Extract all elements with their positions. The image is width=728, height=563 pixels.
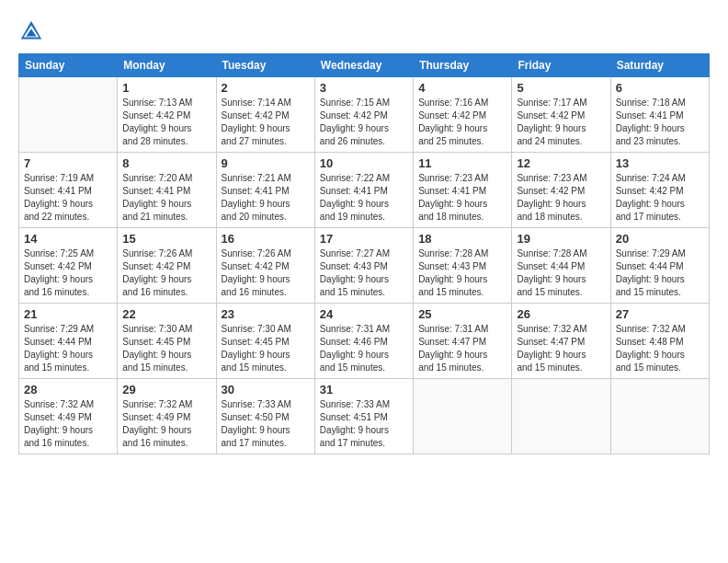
- day-info: Sunrise: 7:27 AMSunset: 4:43 PMDaylight:…: [320, 247, 408, 299]
- day-number: 17: [320, 232, 408, 246]
- day-info: Sunrise: 7:17 AMSunset: 4:42 PMDaylight:…: [517, 97, 605, 148]
- calendar-cell: 16Sunrise: 7:26 AMSunset: 4:42 PMDayligh…: [216, 228, 314, 304]
- day-number: 10: [320, 156, 408, 170]
- day-number: 14: [24, 232, 112, 246]
- day-number: 8: [122, 156, 210, 170]
- day-info: Sunrise: 7:33 AMSunset: 4:50 PMDaylight:…: [222, 398, 310, 450]
- day-info: Sunrise: 7:16 AMSunset: 4:42 PMDaylight:…: [418, 97, 506, 148]
- day-info: Sunrise: 7:20 AMSunset: 4:41 PMDaylight:…: [122, 172, 210, 224]
- calendar-cell: 26Sunrise: 7:32 AMSunset: 4:47 PMDayligh…: [512, 304, 610, 379]
- weekday-header-saturday: Saturday: [610, 54, 709, 77]
- day-info: Sunrise: 7:30 AMSunset: 4:45 PMDaylight:…: [122, 323, 210, 374]
- logo: [18, 18, 48, 44]
- weekday-header-thursday: Thursday: [414, 54, 512, 77]
- day-info: Sunrise: 7:21 AMSunset: 4:41 PMDaylight:…: [222, 172, 310, 224]
- page: SundayMondayTuesdayWednesdayThursdayFrid…: [0, 0, 728, 563]
- day-number: 28: [24, 383, 112, 396]
- day-info: Sunrise: 7:32 AMSunset: 4:47 PMDaylight:…: [517, 323, 605, 374]
- day-number: 4: [418, 81, 506, 95]
- day-number: 3: [320, 81, 408, 95]
- day-info: Sunrise: 7:22 AMSunset: 4:41 PMDaylight:…: [320, 172, 408, 224]
- weekday-header-sunday: Sunday: [19, 54, 118, 77]
- calendar-cell: 13Sunrise: 7:24 AMSunset: 4:42 PMDayligh…: [610, 153, 709, 228]
- day-number: 18: [418, 232, 506, 246]
- calendar-cell: 5Sunrise: 7:17 AMSunset: 4:42 PMDaylight…: [512, 77, 610, 153]
- day-info: Sunrise: 7:28 AMSunset: 4:43 PMDaylight:…: [418, 247, 506, 299]
- weekday-header-monday: Monday: [118, 54, 216, 77]
- day-info: Sunrise: 7:19 AMSunset: 4:41 PMDaylight:…: [24, 172, 112, 224]
- day-info: Sunrise: 7:24 AMSunset: 4:42 PMDaylight:…: [616, 172, 704, 224]
- calendar-cell: 15Sunrise: 7:26 AMSunset: 4:42 PMDayligh…: [118, 228, 216, 304]
- calendar-cell: 22Sunrise: 7:30 AMSunset: 4:45 PMDayligh…: [118, 304, 216, 379]
- calendar-cell: 28Sunrise: 7:32 AMSunset: 4:49 PMDayligh…: [19, 379, 118, 454]
- day-number: 13: [616, 156, 704, 170]
- day-number: 27: [616, 307, 704, 321]
- calendar-cell: 17Sunrise: 7:27 AMSunset: 4:43 PMDayligh…: [314, 228, 413, 304]
- day-number: 21: [24, 307, 112, 321]
- day-info: Sunrise: 7:31 AMSunset: 4:46 PMDaylight:…: [320, 323, 408, 374]
- calendar-cell: 18Sunrise: 7:28 AMSunset: 4:43 PMDayligh…: [414, 228, 512, 304]
- day-number: 23: [222, 307, 310, 321]
- day-number: 16: [222, 232, 310, 246]
- calendar-cell: 27Sunrise: 7:32 AMSunset: 4:48 PMDayligh…: [610, 304, 709, 379]
- calendar-cell: 9Sunrise: 7:21 AMSunset: 4:41 PMDaylight…: [216, 153, 314, 228]
- calendar-cell: [19, 77, 118, 153]
- calendar-cell: 3Sunrise: 7:15 AMSunset: 4:42 PMDaylight…: [314, 77, 413, 153]
- day-number: 5: [517, 81, 605, 95]
- calendar-cell: 11Sunrise: 7:23 AMSunset: 4:41 PMDayligh…: [414, 153, 512, 228]
- day-number: 20: [616, 232, 704, 246]
- day-info: Sunrise: 7:15 AMSunset: 4:42 PMDaylight:…: [320, 97, 408, 148]
- day-number: 31: [320, 383, 408, 396]
- day-number: 29: [122, 383, 210, 396]
- calendar-cell: 19Sunrise: 7:28 AMSunset: 4:44 PMDayligh…: [512, 228, 610, 304]
- calendar-cell: 20Sunrise: 7:29 AMSunset: 4:44 PMDayligh…: [610, 228, 709, 304]
- day-info: Sunrise: 7:26 AMSunset: 4:42 PMDaylight:…: [222, 247, 310, 299]
- day-info: Sunrise: 7:23 AMSunset: 4:41 PMDaylight:…: [418, 172, 506, 224]
- calendar-cell: 7Sunrise: 7:19 AMSunset: 4:41 PMDaylight…: [19, 153, 118, 228]
- week-row-4: 21Sunrise: 7:29 AMSunset: 4:44 PMDayligh…: [19, 304, 710, 379]
- weekday-header-row: SundayMondayTuesdayWednesdayThursdayFrid…: [19, 54, 710, 77]
- calendar-cell: 2Sunrise: 7:14 AMSunset: 4:42 PMDaylight…: [216, 77, 314, 153]
- day-info: Sunrise: 7:26 AMSunset: 4:42 PMDaylight:…: [122, 247, 210, 299]
- day-info: Sunrise: 7:32 AMSunset: 4:48 PMDaylight:…: [616, 323, 704, 374]
- day-number: 11: [418, 156, 506, 170]
- day-number: 15: [122, 232, 210, 246]
- calendar-cell: 6Sunrise: 7:18 AMSunset: 4:41 PMDaylight…: [610, 77, 709, 153]
- day-number: 9: [222, 156, 310, 170]
- day-info: Sunrise: 7:28 AMSunset: 4:44 PMDaylight:…: [517, 247, 605, 299]
- calendar-cell: 10Sunrise: 7:22 AMSunset: 4:41 PMDayligh…: [314, 153, 413, 228]
- day-number: 2: [222, 81, 310, 95]
- day-number: 25: [418, 307, 506, 321]
- day-info: Sunrise: 7:32 AMSunset: 4:49 PMDaylight:…: [24, 398, 112, 450]
- day-number: 19: [517, 232, 605, 246]
- calendar-cell: [512, 379, 610, 454]
- day-number: 30: [222, 383, 310, 396]
- calendar-cell: 1Sunrise: 7:13 AMSunset: 4:42 PMDaylight…: [118, 77, 216, 153]
- week-row-1: 1Sunrise: 7:13 AMSunset: 4:42 PMDaylight…: [19, 77, 710, 153]
- weekday-header-tuesday: Tuesday: [216, 54, 314, 77]
- header: [18, 14, 710, 44]
- calendar-cell: 25Sunrise: 7:31 AMSunset: 4:47 PMDayligh…: [414, 304, 512, 379]
- calendar: SundayMondayTuesdayWednesdayThursdayFrid…: [18, 53, 710, 454]
- week-row-5: 28Sunrise: 7:32 AMSunset: 4:49 PMDayligh…: [19, 379, 710, 454]
- day-info: Sunrise: 7:32 AMSunset: 4:49 PMDaylight:…: [122, 398, 210, 450]
- day-info: Sunrise: 7:14 AMSunset: 4:42 PMDaylight:…: [222, 97, 310, 148]
- calendar-cell: 8Sunrise: 7:20 AMSunset: 4:41 PMDaylight…: [118, 153, 216, 228]
- weekday-header-friday: Friday: [512, 54, 610, 77]
- day-info: Sunrise: 7:18 AMSunset: 4:41 PMDaylight:…: [616, 97, 704, 148]
- calendar-cell: 14Sunrise: 7:25 AMSunset: 4:42 PMDayligh…: [19, 228, 118, 304]
- day-number: 1: [122, 81, 210, 95]
- logo-icon: [18, 18, 44, 44]
- week-row-3: 14Sunrise: 7:25 AMSunset: 4:42 PMDayligh…: [19, 228, 710, 304]
- day-info: Sunrise: 7:25 AMSunset: 4:42 PMDaylight:…: [24, 247, 112, 299]
- day-info: Sunrise: 7:13 AMSunset: 4:42 PMDaylight:…: [122, 97, 210, 148]
- calendar-cell: 23Sunrise: 7:30 AMSunset: 4:45 PMDayligh…: [216, 304, 314, 379]
- day-number: 12: [517, 156, 605, 170]
- day-info: Sunrise: 7:29 AMSunset: 4:44 PMDaylight:…: [616, 247, 704, 299]
- weekday-header-wednesday: Wednesday: [314, 54, 413, 77]
- day-number: 6: [616, 81, 704, 95]
- day-number: 7: [24, 156, 112, 170]
- calendar-cell: 4Sunrise: 7:16 AMSunset: 4:42 PMDaylight…: [414, 77, 512, 153]
- calendar-cell: 12Sunrise: 7:23 AMSunset: 4:42 PMDayligh…: [512, 153, 610, 228]
- day-number: 26: [517, 307, 605, 321]
